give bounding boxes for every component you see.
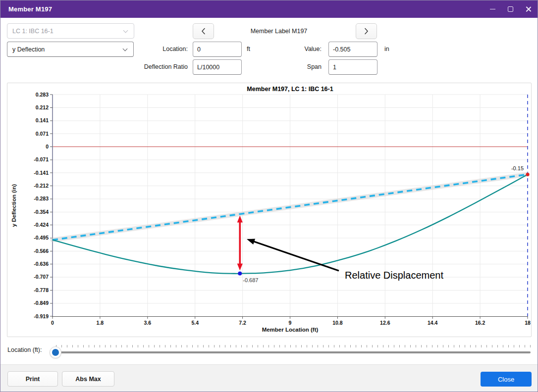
chevron-right-icon (364, 28, 369, 35)
plot-type-dropdown[interactable]: y Deflection (7, 42, 134, 57)
svg-text:Relative Displacement: Relative Displacement (345, 270, 443, 281)
chevron-down-icon (123, 28, 128, 33)
svg-text:0: 0 (46, 144, 49, 149)
svg-text:0.212: 0.212 (36, 104, 49, 110)
svg-text:-0.919: -0.919 (34, 313, 49, 319)
svg-text:-0.495: -0.495 (34, 235, 49, 241)
svg-text:9: 9 (289, 320, 292, 326)
svg-text:-0.636: -0.636 (34, 261, 49, 267)
abs-max-button[interactable]: Abs Max (62, 371, 114, 387)
svg-text:10.8: 10.8 (332, 320, 343, 326)
deflection-ratio-label: Deflection Ratio (125, 63, 188, 70)
member-detail-dialog: Member M197 LC 1: IBC 16-1 y Deflection … (0, 0, 538, 392)
svg-text:7.2: 7.2 (239, 320, 246, 326)
location-slider-track[interactable] (55, 351, 531, 353)
maximize-icon (508, 6, 513, 12)
load-combination-value: LC 1: IBC 16-1 (12, 28, 54, 35)
svg-text:-0.212: -0.212 (34, 183, 49, 189)
footer-bar: Print Abs Max Close (0, 364, 538, 392)
location-label: Location: (139, 46, 188, 52)
svg-text:0.141: 0.141 (36, 117, 49, 123)
close-button[interactable]: Close (481, 372, 532, 387)
svg-text:-0.354: -0.354 (34, 209, 49, 215)
value-unit: in (384, 46, 389, 52)
location-slider-label: Location (ft): (7, 346, 42, 353)
svg-text:0.283: 0.283 (36, 92, 49, 98)
svg-text:3.6: 3.6 (144, 320, 151, 326)
window-caption-buttons (487, 0, 534, 18)
deflection-ratio-input[interactable] (193, 59, 242, 75)
chevron-left-icon (201, 28, 206, 35)
maximize-button[interactable] (505, 4, 516, 15)
svg-text:-0.778: -0.778 (34, 287, 49, 293)
value-input[interactable] (328, 42, 377, 57)
svg-text:0: 0 (51, 320, 54, 326)
minimize-button[interactable] (487, 4, 498, 15)
deflection-chart[interactable]: 0.2830.2120.1410.0710-0.071-0.141-0.212-… (7, 83, 531, 337)
svg-text:-0.687: -0.687 (243, 277, 258, 283)
chevron-down-icon (123, 47, 128, 51)
window-title: Member M197 (8, 5, 52, 13)
member-label-text: Member Label M197 (210, 28, 348, 35)
svg-text:1.8: 1.8 (97, 320, 104, 326)
svg-text:-0.566: -0.566 (34, 248, 49, 254)
plot-type-value: y Deflection (12, 46, 45, 53)
minimize-icon (490, 9, 495, 9)
svg-text:12.6: 12.6 (380, 320, 390, 326)
close-window-button[interactable] (523, 4, 534, 15)
svg-text:-0.424: -0.424 (34, 222, 49, 228)
svg-text:0.071: 0.071 (36, 131, 49, 137)
svg-text:14.4: 14.4 (428, 320, 438, 326)
next-member-button[interactable] (356, 23, 377, 39)
svg-text:5.4: 5.4 (191, 320, 199, 326)
span-label: Span (273, 63, 322, 70)
titlebar: Member M197 (0, 0, 538, 18)
svg-text:-0.15: -0.15 (511, 165, 524, 171)
svg-text:-0.141: -0.141 (34, 170, 49, 176)
svg-text:-0.283: -0.283 (34, 196, 49, 201)
svg-text:16.2: 16.2 (475, 320, 485, 326)
slider-tick-marks (56, 345, 531, 347)
span-input[interactable] (328, 59, 377, 75)
value-label: Value: (273, 46, 322, 52)
svg-text:Member Location (ft): Member Location (ft) (262, 327, 319, 333)
svg-text:-0.849: -0.849 (34, 300, 49, 306)
location-slider-thumb[interactable] (50, 346, 61, 358)
print-button[interactable]: Print (7, 371, 58, 387)
deflection-chart-panel[interactable]: 0.2830.2120.1410.0710-0.071-0.141-0.212-… (7, 83, 532, 337)
svg-text:y Deflection (in): y Deflection (in) (11, 184, 17, 227)
svg-text:18: 18 (525, 320, 531, 326)
svg-text:-0.707: -0.707 (34, 274, 49, 280)
svg-text:-0.071: -0.071 (34, 156, 49, 162)
load-combination-dropdown[interactable]: LC 1: IBC 16-1 (7, 23, 134, 39)
svg-text:Member M197, LC 1: IBC 16-1: Member M197, LC 1: IBC 16-1 (247, 86, 333, 93)
location-unit: ft (247, 46, 250, 52)
close-icon (525, 6, 532, 12)
location-input[interactable] (193, 42, 242, 57)
